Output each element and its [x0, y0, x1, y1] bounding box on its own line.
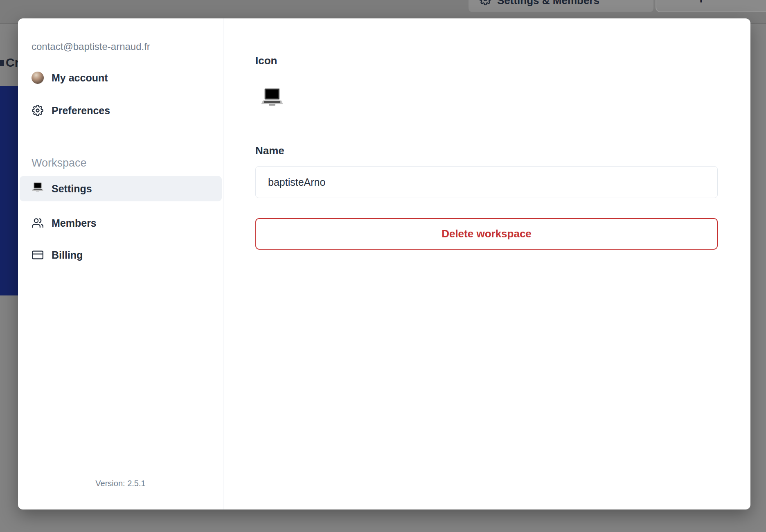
- laptop-icon: [32, 182, 44, 195]
- settings-sidebar: contact@baptiste-arnaud.fr My account Pr…: [18, 18, 223, 509]
- workspace-icon-button[interactable]: [259, 85, 286, 112]
- delete-workspace-button[interactable]: Delete workspace: [255, 218, 718, 250]
- sidebar-item-members[interactable]: Members: [18, 211, 223, 235]
- sidebar-item-my-account[interactable]: My account: [18, 65, 223, 90]
- name-section-heading: Name: [255, 144, 284, 157]
- backdrop-create-button-fragment: Cr: [6, 56, 19, 70]
- app-version: Version: 2.5.1: [18, 479, 223, 488]
- gear-icon: [479, 0, 491, 8]
- user-avatar: [32, 72, 44, 84]
- sidebar-item-label: Settings: [52, 183, 92, 195]
- settings-members-label: Settings & Members: [497, 0, 599, 7]
- workspace-settings-panel: Icon Name Delete workspace: [223, 18, 750, 509]
- laptop-icon: [260, 88, 284, 109]
- sidebar-item-label: My account: [52, 72, 108, 84]
- laptop-icon: [665, 0, 680, 5]
- sidebar-item-billing[interactable]: Billing: [18, 243, 223, 267]
- screen: Settings & Members baptisteArno Cr C con…: [0, 0, 766, 532]
- sidebar-item-label: Members: [52, 217, 97, 229]
- workspace-name-input[interactable]: [255, 166, 718, 198]
- users-icon: [32, 217, 44, 229]
- workspace-section-heading: Workspace: [32, 157, 87, 169]
- gear-icon: [32, 104, 44, 117]
- workspace-settings-modal: contact@baptiste-arnaud.fr My account Pr…: [18, 18, 750, 509]
- workspace-switcher-label: baptisteArno: [687, 0, 755, 3]
- credit-card-icon: [32, 249, 44, 261]
- sidebar-item-preferences[interactable]: Preferences: [18, 98, 223, 123]
- workspace-switcher-button[interactable]: baptisteArno: [656, 0, 766, 12]
- sidebar-item-label: Preferences: [52, 105, 110, 117]
- sidebar-item-settings[interactable]: Settings: [20, 176, 222, 201]
- backdrop-icon-fragment: [0, 60, 4, 66]
- account-email: contact@baptiste-arnaud.fr: [32, 41, 150, 52]
- settings-members-button[interactable]: Settings & Members: [469, 0, 653, 12]
- icon-section-heading: Icon: [255, 54, 277, 67]
- sidebar-item-label: Billing: [52, 249, 83, 261]
